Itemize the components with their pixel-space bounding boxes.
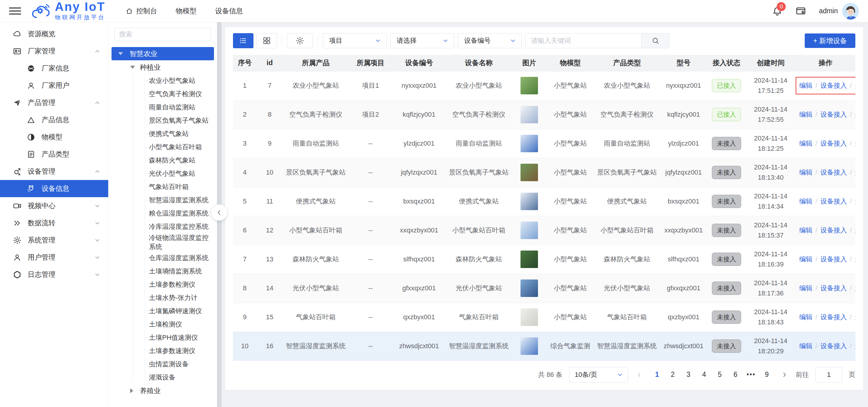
sidebar-item[interactable]: 数据流转 xyxy=(0,214,108,231)
tree-leaf-node[interactable]: 气象站百叶箱 xyxy=(108,180,217,193)
device-thumbnail[interactable] xyxy=(521,164,538,181)
edit-action-link[interactable]: 编辑 xyxy=(799,226,812,234)
add-device-button[interactable]: + 新增设备 xyxy=(805,33,855,48)
edit-action-link[interactable]: 编辑 xyxy=(799,82,812,89)
delete-action-link[interactable]: 删除 xyxy=(855,284,855,292)
tree-leaf-node[interactable]: 土壤水势-张力计 xyxy=(108,291,217,304)
page-number-button[interactable]: 1 xyxy=(650,368,664,381)
tree-node-collapsed-group[interactable]: 养殖业 xyxy=(108,384,217,398)
table-row[interactable]: 9 15 气象站百叶箱 -- qxzbyx001 气象站百叶箱 小型气象站 气象… xyxy=(233,303,855,332)
device-thumbnail[interactable] xyxy=(521,222,538,239)
page-size-select[interactable]: 10条/页 xyxy=(569,367,628,383)
device-thumbnail[interactable] xyxy=(521,193,538,210)
table-row[interactable]: 8 14 光伏小型气象站 -- gfxxqxz001 光伏小型气象站 小型气象站… xyxy=(233,274,855,303)
table-row[interactable]: 7 13 森林防火气象站 -- slfhqxz001 森林防火气象站 小型气象站… xyxy=(233,245,855,274)
tree-leaf-node[interactable]: 空气负离子检测仪 xyxy=(108,87,217,101)
sidebar-item[interactable]: 产品信息 xyxy=(0,111,108,128)
device-access-action-link[interactable]: 设备接入 xyxy=(820,82,847,89)
delete-action-link[interactable]: 删除 xyxy=(855,197,855,205)
sidebar-item[interactable]: 设备信息 xyxy=(0,180,108,197)
tree-leaf-node[interactable]: 土壤墒情监测系统 xyxy=(108,264,217,278)
device-access-action-link[interactable]: 设备接入 xyxy=(820,111,847,118)
edit-action-link[interactable]: 编辑 xyxy=(799,139,812,147)
collapse-panel-button[interactable] xyxy=(211,205,227,221)
sidebar-item[interactable]: 产品类型 xyxy=(0,146,108,163)
sidebar-item[interactable]: 系统管理 xyxy=(0,231,108,249)
tree-leaf-node[interactable]: 雨量自动监测站 xyxy=(108,101,217,114)
list-view-button[interactable] xyxy=(233,33,253,48)
tree-leaf-node[interactable]: 土壤参数检测仪 xyxy=(108,278,217,291)
delete-action-link[interactable]: 删除 xyxy=(855,111,855,118)
tree-leaf-node[interactable]: 冷库温湿度监控系统 xyxy=(108,220,217,233)
tree-node-root[interactable]: 智慧农业 xyxy=(112,47,214,60)
nav-item-console[interactable]: 控制台 xyxy=(125,6,157,16)
delete-action-link[interactable]: 删除 xyxy=(855,226,855,234)
page-number-button[interactable]: 3 xyxy=(682,368,695,381)
workspace-settings-icon[interactable] xyxy=(795,6,806,17)
delete-action-link[interactable]: 删除 xyxy=(855,313,855,321)
sidebar-item[interactable]: 厂家用户 xyxy=(0,77,108,94)
table-row[interactable]: 10 16 智慧温湿度监测系统 -- zhwsdjcxt001 智慧温湿度监测系… xyxy=(233,332,855,361)
tree-leaf-node[interactable]: 光伏小型气象站 xyxy=(108,167,217,180)
device-access-action-link[interactable]: 设备接入 xyxy=(820,284,847,292)
tree-node-group[interactable]: 种植业 xyxy=(108,60,217,74)
sidebar-item[interactable]: 资源概览 xyxy=(0,25,108,42)
edit-action-link[interactable]: 编辑 xyxy=(799,313,812,321)
sidebar-item[interactable]: 厂家信息 xyxy=(0,60,108,77)
tree-leaf-node[interactable]: 虫情监测设备 xyxy=(108,357,217,371)
tree-search-input[interactable] xyxy=(115,28,211,41)
filter-select-project[interactable]: 请选择 xyxy=(390,33,454,48)
search-button[interactable] xyxy=(642,33,670,48)
tree-leaf-node[interactable]: 冷链物流温湿度监控系统 xyxy=(108,233,217,251)
device-access-action-link[interactable]: 设备接入 xyxy=(820,168,847,176)
tree-leaf-node[interactable]: 便携式气象站 xyxy=(108,127,217,140)
tree-leaf-node[interactable]: 土壤PH值速测仪 xyxy=(108,331,217,344)
prev-page-button[interactable] xyxy=(635,369,644,381)
tree-leaf-node[interactable]: 森林防火气象站 xyxy=(108,154,217,167)
delete-action-link[interactable]: 删除 xyxy=(855,255,855,263)
delete-action-link[interactable]: 删除 xyxy=(855,342,855,350)
page-number-button[interactable]: 5 xyxy=(713,368,726,381)
device-thumbnail[interactable] xyxy=(521,135,538,152)
device-access-action-link[interactable]: 设备接入 xyxy=(820,313,847,321)
sidebar-item[interactable]: 用户管理 xyxy=(0,249,108,266)
tree-leaf-node[interactable]: 农业小型气象站 xyxy=(108,74,217,87)
filter-select-field[interactable]: 设备编号 xyxy=(458,33,522,48)
sidebar-item[interactable]: 产品管理 xyxy=(0,94,108,111)
nav-item-thing-model[interactable]: 物模型 xyxy=(176,6,196,16)
tree-leaf-node[interactable]: 智慧温湿度监测系统 xyxy=(108,193,217,207)
tree-leaf-node[interactable]: 灌溉设备 xyxy=(108,371,217,384)
tree-leaf-node[interactable]: 土壤参数速测仪 xyxy=(108,344,217,357)
tree-leaf-node[interactable]: 仓库温湿度监测系统 xyxy=(108,251,217,264)
sidebar-item[interactable]: 视频中心 xyxy=(0,197,108,214)
keyword-input[interactable] xyxy=(525,33,642,48)
device-thumbnail[interactable] xyxy=(521,337,538,355)
edit-action-link[interactable]: 编辑 xyxy=(799,255,812,263)
device-thumbnail[interactable] xyxy=(521,251,538,268)
panel-divider[interactable] xyxy=(217,22,221,407)
table-row[interactable]: 5 11 便携式气象站 -- bxsqxz001 便携式气象站 小型气象站 便携… xyxy=(233,187,855,216)
hamburger-menu-icon[interactable] xyxy=(9,5,21,17)
user-menu[interactable]: admin xyxy=(819,3,859,20)
page-number-button[interactable]: 4 xyxy=(698,368,711,381)
device-thumbnail[interactable] xyxy=(521,77,538,94)
device-access-action-link[interactable]: 设备接入 xyxy=(820,197,847,205)
tree-leaf-node[interactable]: 景区负氧离子气象站 xyxy=(108,114,217,127)
tree-leaf-node[interactable]: 粮仓温湿度监测系统 xyxy=(108,207,217,220)
delete-action-link[interactable]: 删除 xyxy=(855,139,855,147)
sidebar-item[interactable]: 设备管理 xyxy=(0,163,108,180)
filter-select-project-type[interactable]: 项目 xyxy=(323,33,387,48)
device-thumbnail[interactable] xyxy=(521,106,538,123)
notification-bell-icon[interactable]: 0 xyxy=(772,6,783,17)
table-row[interactable]: 4 10 景区负氧离子气象站 -- jqfylzqxz001 景区负氧离子气象站… xyxy=(233,158,855,187)
next-page-button[interactable] xyxy=(780,369,789,381)
delete-action-link[interactable]: 删除 xyxy=(855,82,855,89)
sidebar-item[interactable]: 厂家管理 xyxy=(0,42,108,60)
column-settings-button[interactable] xyxy=(287,33,313,48)
page-number-button[interactable]: 6 xyxy=(729,368,742,381)
nav-item-device-info[interactable]: 设备信息 xyxy=(215,6,243,16)
grid-view-button[interactable] xyxy=(256,33,277,48)
device-thumbnail[interactable] xyxy=(521,279,538,297)
table-row[interactable]: 3 9 雨量自动监测站 -- ylzdjcz001 雨量自动监测站 小型气象站 … xyxy=(233,129,855,158)
edit-action-link[interactable]: 编辑 xyxy=(799,168,812,176)
